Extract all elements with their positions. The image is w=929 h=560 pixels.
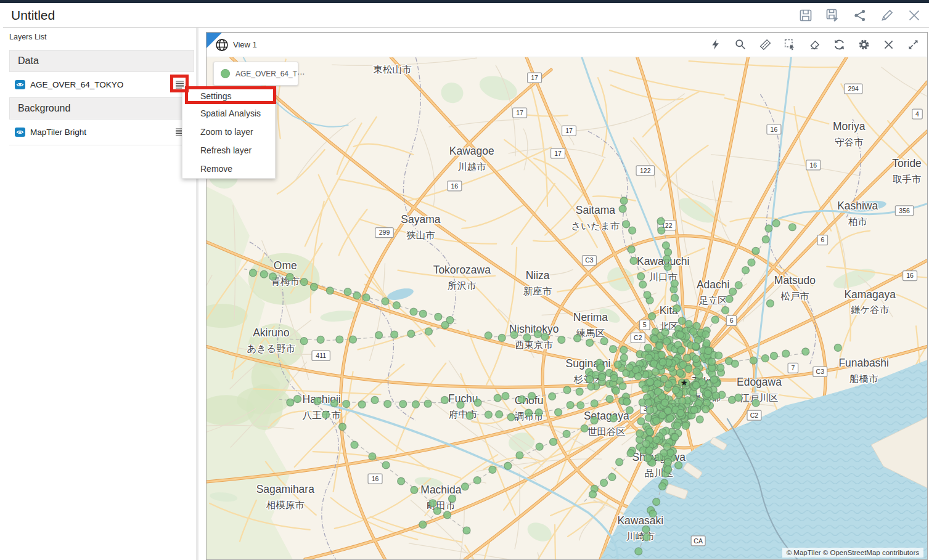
svg-text:Moriya: Moriya xyxy=(833,120,866,132)
edit-icon[interactable] xyxy=(880,8,894,23)
section-header-background: Background xyxy=(9,97,194,120)
layer-name: AGE_OVER_64_TOKYO xyxy=(30,80,123,89)
menu-item-zoom-to-layer[interactable]: Zoom to layer xyxy=(182,123,275,141)
svg-text:鎌ケ谷市: 鎌ケ谷市 xyxy=(851,304,890,315)
legend-layer-label: AGE_OVER_64_T⋯ xyxy=(235,70,305,78)
svg-text:Nerima: Nerima xyxy=(573,311,608,323)
visibility-eye-icon[interactable] xyxy=(15,128,25,137)
run-icon[interactable] xyxy=(710,38,722,51)
svg-text:守谷市: 守谷市 xyxy=(835,137,864,147)
svg-text:Kamagaya: Kamagaya xyxy=(844,288,896,301)
layers-sidebar: Layers List Data AGE_OVER_64_TOKYO Backg… xyxy=(3,28,196,560)
visibility-eye-icon[interactable] xyxy=(15,80,25,89)
window-toolbar xyxy=(798,8,922,23)
svg-text:Niiza: Niiza xyxy=(526,269,550,282)
map-legend-chip[interactable]: AGE_OVER_64_T⋯ xyxy=(213,62,298,86)
svg-text:C2: C2 xyxy=(634,335,642,341)
menu-item-refresh-layer[interactable]: Refresh layer xyxy=(182,141,275,160)
svg-text:411: 411 xyxy=(316,352,326,359)
map-rendering: 東松山市Kawagoe川越市Saitamaさいたま市Sayama狭山市Moriy… xyxy=(207,57,927,559)
svg-text:Kawaguchi: Kawaguchi xyxy=(637,255,689,267)
svg-text:狭山市: 狭山市 xyxy=(406,230,435,240)
menu-item-remove[interactable]: Remove xyxy=(182,160,275,178)
measure-icon[interactable] xyxy=(759,38,772,51)
svg-text:Sagamihara: Sagamihara xyxy=(256,483,314,495)
svg-text:Kawasaki: Kawasaki xyxy=(617,514,663,527)
layer-context-menu: Settings Spatial Analysis Zoom to layer … xyxy=(182,87,276,179)
svg-text:さいたま市: さいたま市 xyxy=(571,221,620,231)
svg-text:Machida: Machida xyxy=(420,484,461,496)
layer-row-maptiler-bright[interactable]: MapTiler Bright xyxy=(9,120,194,145)
close-view-icon[interactable] xyxy=(882,38,895,51)
section-background-label: Background xyxy=(18,103,70,114)
svg-text:17: 17 xyxy=(516,110,523,116)
svg-text:世田谷区: 世田谷区 xyxy=(587,426,626,437)
svg-text:17: 17 xyxy=(565,128,573,134)
svg-text:Adachi: Adachi xyxy=(697,278,729,291)
svg-text:17: 17 xyxy=(531,75,538,81)
svg-text:16: 16 xyxy=(809,162,817,169)
svg-text:Edogawa: Edogawa xyxy=(737,376,782,388)
save-icon[interactable] xyxy=(798,8,813,23)
svg-text:所沢市: 所沢市 xyxy=(448,280,477,291)
share-icon[interactable] xyxy=(853,8,867,23)
svg-text:C2: C2 xyxy=(750,412,759,419)
svg-text:6: 6 xyxy=(821,237,824,243)
svg-text:Akiruno: Akiruno xyxy=(253,327,289,339)
svg-text:川崎市: 川崎市 xyxy=(626,531,655,542)
svg-text:6: 6 xyxy=(730,317,734,324)
svg-text:17: 17 xyxy=(554,150,562,157)
search-icon[interactable] xyxy=(734,38,747,51)
layer-row-age-over-64-tokyo[interactable]: AGE_OVER_64_TOKYO xyxy=(9,72,194,98)
svg-text:足立区: 足立区 xyxy=(698,295,727,306)
svg-text:16: 16 xyxy=(906,272,914,279)
svg-text:船橋市: 船橋市 xyxy=(849,373,878,384)
svg-text:Toride: Toride xyxy=(892,157,922,169)
svg-text:16: 16 xyxy=(771,126,778,133)
section-data-label: Data xyxy=(18,55,39,67)
svg-text:Sayama: Sayama xyxy=(401,213,440,225)
map-attribution: © MapTiler © OpenStreetMap contributors xyxy=(782,548,923,558)
legend-dot-icon xyxy=(221,69,230,78)
erase-icon[interactable] xyxy=(808,38,821,51)
project-title: Untitled xyxy=(11,8,55,23)
view-header: View 1 xyxy=(207,33,927,57)
map-canvas[interactable]: 東松山市Kawagoe川越市Saitamaさいたま市Sayama狭山市Moriy… xyxy=(207,57,927,559)
close-window-icon[interactable] xyxy=(907,8,922,23)
fullscreen-icon[interactable] xyxy=(907,38,920,51)
svg-text:あきる野市: あきる野市 xyxy=(247,343,296,354)
view-toolbar xyxy=(710,38,920,51)
svg-text:★: ★ xyxy=(680,378,688,388)
svg-text:C3: C3 xyxy=(816,368,825,375)
refresh-icon[interactable] xyxy=(833,38,846,51)
save-as-icon[interactable] xyxy=(825,8,840,23)
svg-text:柏市: 柏市 xyxy=(848,216,867,227)
application-window: Untitled Layers List xyxy=(0,0,929,560)
svg-text:Matsudo: Matsudo xyxy=(774,274,816,286)
svg-text:7: 7 xyxy=(791,365,795,371)
svg-text:西東京市: 西東京市 xyxy=(515,339,553,350)
menu-item-settings[interactable]: Settings xyxy=(182,88,275,104)
svg-text:294: 294 xyxy=(848,86,859,92)
section-header-data: Data xyxy=(9,50,194,72)
window-header: Untitled xyxy=(3,3,929,28)
svg-text:相模原市: 相模原市 xyxy=(266,500,305,510)
svg-text:松戸市: 松戸市 xyxy=(780,291,809,301)
svg-text:C3: C3 xyxy=(585,257,594,264)
select-icon[interactable] xyxy=(784,38,796,51)
view-title: View 1 xyxy=(233,40,257,49)
svg-text:Tokorozawa: Tokorozawa xyxy=(433,264,491,276)
svg-text:5: 5 xyxy=(643,322,647,328)
svg-text:Kawagoe: Kawagoe xyxy=(449,145,494,157)
layers-list-title: Layers List xyxy=(9,33,46,41)
svg-text:川越市: 川越市 xyxy=(457,161,486,172)
svg-text:356: 356 xyxy=(899,208,910,214)
menu-item-spatial-analysis[interactable]: Spatial Analysis xyxy=(182,104,275,123)
map-view-panel: View 1 xyxy=(206,32,928,560)
svg-text:299: 299 xyxy=(379,230,390,237)
svg-text:122: 122 xyxy=(640,168,651,174)
svg-text:Saitama: Saitama xyxy=(576,204,615,216)
settings-gear-icon[interactable] xyxy=(857,38,870,51)
layer-name: MapTiler Bright xyxy=(30,128,86,137)
active-view-corner xyxy=(207,33,222,48)
